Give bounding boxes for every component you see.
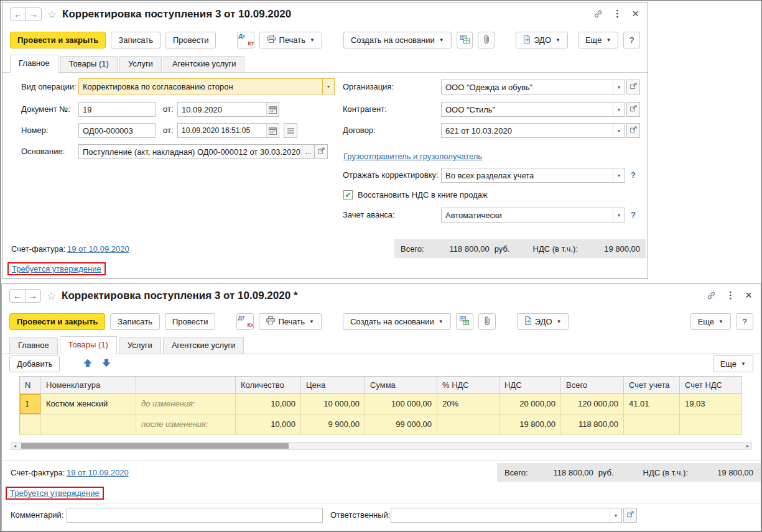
save-button[interactable]: Записать [111, 32, 160, 48]
add-row-button[interactable]: Добавить [9, 355, 60, 372]
cell-vat-account-after[interactable] [680, 415, 742, 435]
cell-sum-after[interactable]: 99 000,00 [365, 415, 437, 435]
cell-vat-before[interactable]: 20 000,00 [499, 394, 561, 415]
cell-quantity-before[interactable]: 10,000 [236, 394, 301, 415]
doc-number-input[interactable]: 19 [78, 102, 156, 117]
organization-select[interactable]: ООО "Одежда и обувь" ▼ [441, 80, 625, 94]
cell-vat-rate[interactable]: 20% [437, 394, 499, 415]
cell-vat-after[interactable]: 19 800,00 [499, 415, 561, 435]
approval-status-link[interactable]: Требуется утверждение [10, 488, 100, 498]
tab-services[interactable]: Услуги [119, 337, 161, 354]
favorite-star-icon[interactable]: ☆ [47, 8, 57, 21]
organization-open-button[interactable] [626, 80, 640, 94]
operation-select[interactable]: Корректировка по согласованию сторон ▼ [78, 78, 335, 94]
help-button[interactable]: ? [736, 313, 753, 330]
dropdown-arrow-icon[interactable]: ▼ [613, 103, 625, 116]
calendar-icon[interactable] [266, 124, 279, 137]
close-icon[interactable]: × [632, 8, 639, 19]
doc-date-input[interactable]: 10.09.2020 [177, 102, 279, 117]
scroll-left-icon[interactable]: ◄ [11, 443, 19, 449]
dropdown-arrow-icon[interactable]: ▼ [613, 208, 625, 222]
contract-select[interactable]: 621 от 10.03.2020 ▼ [441, 123, 625, 138]
cell-total-before[interactable]: 120 000,00 [561, 394, 624, 415]
favorite-star-icon[interactable]: ☆ [47, 290, 56, 303]
scrollbar-thumb[interactable] [21, 443, 289, 449]
basis-choose-button[interactable]: ... [302, 144, 315, 159]
cell-after-label[interactable]: после изменения: [136, 415, 236, 435]
post-and-close-button[interactable]: Провести и закрыть [10, 32, 106, 48]
save-button[interactable]: Записать [110, 313, 160, 330]
get-link-icon[interactable] [707, 290, 716, 301]
advance-offset-select[interactable]: Автоматически ▼ [441, 208, 625, 222]
cell-sum-before[interactable]: 100 000,00 [365, 394, 437, 415]
create-based-on-button[interactable]: Создать на основании▼ [343, 32, 452, 48]
tab-agency[interactable]: Агентские услуги [163, 337, 244, 354]
cell-vat-account[interactable]: 19.03 [680, 394, 742, 415]
more-button[interactable]: Еще▼ [690, 313, 731, 330]
edo-button[interactable]: ЭДО▼ [516, 32, 568, 48]
cell-account[interactable]: 41.01 [624, 394, 680, 415]
tab-agency[interactable]: Агентские услуги [164, 56, 245, 72]
cell-price-after[interactable]: 9 900,00 [301, 415, 365, 435]
contragent-open-button[interactable] [626, 102, 640, 117]
dropdown-arrow-icon[interactable]: ▼ [610, 508, 621, 522]
more-button[interactable]: Еще▼ [578, 32, 618, 48]
dropdown-arrow-icon[interactable]: ▼ [613, 168, 625, 182]
basis-input[interactable]: Поступление (акт, накладная) ОД00-000012… [78, 144, 302, 159]
help-question-link[interactable]: ? [631, 168, 636, 183]
dropdown-arrow-icon[interactable]: ▼ [322, 79, 334, 94]
more-menu-icon[interactable]: ⋮ [613, 8, 622, 19]
dtkt-button[interactable]: ДтКт [237, 32, 254, 48]
cell-price-before[interactable]: 10 000,00 [301, 394, 365, 415]
create-based-on-button[interactable]: Создать на основании▼ [343, 313, 451, 330]
move-row-down-button[interactable] [98, 355, 114, 372]
basis-open-button[interactable] [314, 144, 328, 159]
cell-total-after[interactable]: 118 800,00 [561, 415, 624, 435]
post-and-close-button[interactable]: Провести и закрыть [9, 313, 105, 330]
register-records-button[interactable] [456, 313, 473, 330]
help-button[interactable]: ? [623, 32, 640, 48]
horizontal-scrollbar[interactable]: ◄ ► [11, 442, 752, 450]
get-link-icon[interactable] [593, 8, 603, 19]
cell-before-label[interactable]: до изменения: [136, 394, 236, 415]
scroll-right-icon[interactable]: ► [744, 443, 751, 449]
forward-button[interactable]: → [25, 289, 41, 303]
back-button[interactable]: ← [10, 7, 26, 21]
table-more-button[interactable]: Еще▼ [713, 355, 753, 372]
dropdown-arrow-icon[interactable]: ▼ [613, 80, 625, 94]
print-button[interactable]: Печать▼ [259, 313, 322, 330]
invoice-link[interactable]: 19 от 10.09.2020 [67, 242, 129, 257]
responsible-select[interactable]: ▼ [391, 508, 622, 523]
cell-nomenclature[interactable] [41, 415, 136, 435]
help-question-link[interactable]: ? [631, 208, 636, 222]
forward-button[interactable]: → [26, 7, 42, 21]
cell-nomenclature[interactable]: Костюм женский [41, 394, 136, 415]
attachments-button[interactable] [478, 313, 496, 330]
more-menu-icon[interactable]: ⋮ [726, 290, 735, 301]
invoice-link[interactable]: 19 от 10.09.2020 [67, 466, 129, 480]
move-row-up-button[interactable] [80, 355, 96, 372]
tab-goods[interactable]: Товары (1) [60, 56, 118, 72]
cell-vat-rate-after[interactable] [437, 415, 499, 435]
calendar-icon[interactable] [266, 103, 279, 116]
cell-account-after[interactable] [624, 415, 680, 435]
contragent-select[interactable]: ООО "Стиль" ▼ [441, 102, 625, 117]
tab-goods[interactable]: Товары (1) [60, 336, 117, 354]
number-date-input[interactable]: 10.09.2020 16:51:05 [177, 123, 279, 138]
row-number-cell[interactable]: 1 [20, 394, 41, 415]
responsible-open-button[interactable] [623, 508, 637, 523]
print-button[interactable]: Печать▼ [259, 32, 322, 48]
reflect-adjustment-select[interactable]: Во всех разделах учета ▼ [441, 168, 625, 183]
post-button[interactable]: Провести [165, 313, 216, 330]
back-button[interactable]: ← [9, 289, 26, 303]
cell-quantity-after[interactable]: 10,000 [236, 415, 301, 435]
comment-input[interactable] [67, 508, 323, 523]
shipper-consignee-link[interactable]: Грузоотправитель и грузополучатель [343, 149, 482, 164]
dropdown-arrow-icon[interactable]: ▼ [613, 124, 625, 137]
dtkt-button[interactable]: ДтКт [236, 313, 254, 330]
list-icon[interactable] [284, 123, 297, 138]
attachments-button[interactable] [478, 32, 495, 48]
restore-vat-checkbox[interactable]: ✔ [343, 190, 353, 200]
row-number-cell[interactable] [20, 415, 41, 435]
close-icon[interactable]: × [745, 290, 752, 301]
